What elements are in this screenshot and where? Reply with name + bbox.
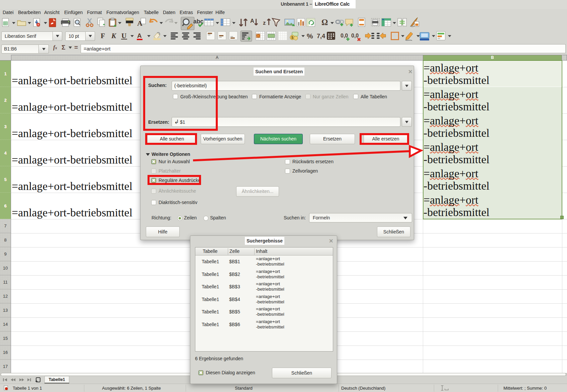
svg-text:z: z <box>263 20 266 26</box>
svg-text:7,4: 7,4 <box>317 33 325 39</box>
svg-text:Ω: Ω <box>321 18 328 27</box>
svg-text:0,0: 0,0 <box>351 33 359 38</box>
svg-text:$: $ <box>291 36 293 39</box>
svg-text:K: K <box>111 32 117 40</box>
svg-text:%: % <box>307 32 313 40</box>
svg-text:A: A <box>250 18 254 24</box>
svg-text:A: A <box>137 19 143 27</box>
svg-text:U: U <box>121 32 126 40</box>
svg-text:0,0: 0,0 <box>341 33 348 38</box>
svg-text:A: A <box>137 32 142 39</box>
svg-text:F: F <box>101 32 105 40</box>
